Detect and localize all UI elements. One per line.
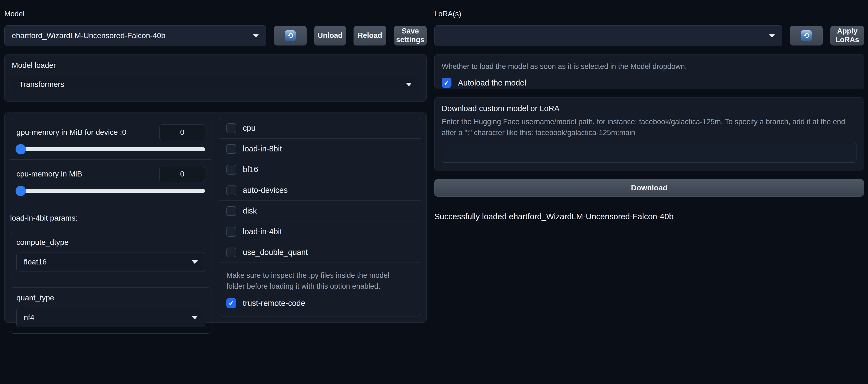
quant-type-dropdown[interactable]: nf4 [17, 308, 205, 327]
download-title: Download custom model or LoRA [442, 104, 857, 113]
compute-dtype-dropdown[interactable]: float16 [17, 252, 205, 272]
flags-rows: cpuload-in-8bitbf16auto-devicesdiskload-… [219, 118, 421, 263]
checkbox-icon[interactable] [226, 124, 236, 133]
flag-label: disk [243, 206, 257, 215]
autoload-panel: Whether to load the model as soon as it … [434, 54, 864, 89]
right-column: LoRA(s) ⟲ Apply LoRAs Whether to load th… [434, 0, 864, 221]
refresh-icon: ⟲ [801, 30, 812, 41]
compute-dtype-label: compute_dtype [17, 238, 205, 247]
checkbox-icon[interactable]: ✓ [226, 298, 236, 308]
unload-button[interactable]: Unload [314, 26, 346, 45]
cpu-memory-slider[interactable] [17, 189, 205, 193]
download-button[interactable]: Download [434, 179, 864, 197]
quant-type-box: quant_type nf4 [10, 287, 211, 334]
cpu-memory-input[interactable] [159, 166, 205, 182]
autoload-label: Autoload the model [458, 78, 526, 88]
checkbox-icon[interactable]: ✓ [442, 78, 452, 88]
checkbox-icon[interactable] [226, 165, 236, 175]
quant-type-value: nf4 [24, 313, 34, 322]
lora-label: LoRA(s) [434, 10, 864, 18]
loader-params-panel: gpu-memory in MiB for device :0 cpu-memo… [4, 112, 427, 323]
flag-row-load-in-8bit[interactable]: load-in-8bit [219, 139, 421, 159]
checkbox-icon[interactable] [226, 144, 236, 154]
flag-label: cpu [243, 124, 256, 133]
refresh-loras-button[interactable]: ⟲ [790, 26, 823, 45]
left-column: Model ehartford_WizardLM-Uncensored-Falc… [4, 0, 427, 323]
trust-remote-code-label: trust-remote-code [243, 299, 305, 308]
model-dropdown[interactable]: ehartford_WizardLM-Uncensored-Falcon-40b [4, 25, 266, 46]
flags-group: cpuload-in-8bitbf16auto-devicesdiskload-… [219, 118, 421, 316]
flag-row-cpu[interactable]: cpu [219, 118, 421, 139]
chevron-down-icon [253, 34, 259, 38]
flag-label: auto-devices [243, 186, 287, 195]
memory-sliders-box: gpu-memory in MiB for device :0 cpu-memo… [10, 118, 211, 201]
model-loader-value: Transformers [19, 80, 64, 89]
model-dropdown-value: ehartford_WizardLM-Uncensored-Falcon-40b [12, 31, 165, 40]
chevron-down-icon [406, 83, 412, 86]
params-left-column: gpu-memory in MiB for device :0 cpu-memo… [10, 118, 211, 318]
flag-row-bf16[interactable]: bf16 [219, 159, 421, 180]
flag-row-disk[interactable]: disk [219, 201, 421, 221]
lora-toprow: ⟲ Apply LoRAs [434, 25, 864, 46]
flag-row-load-in-4bit[interactable]: load-in-4bit [219, 221, 421, 242]
flag-label: use_double_quant [243, 248, 308, 257]
checkbox-icon[interactable] [226, 248, 236, 257]
compute-dtype-box: compute_dtype float16 [10, 232, 211, 278]
cpu-memory-row: cpu-memory in MiB [10, 159, 211, 201]
model-loader-panel: Model loader Transformers [4, 54, 427, 102]
quant-type-label: quant_type [17, 293, 205, 302]
model-toprow: ehartford_WizardLM-Uncensored-Falcon-40b… [4, 25, 427, 46]
gpu-memory-row: gpu-memory in MiB for device :0 [10, 118, 211, 159]
gpu-memory-slider[interactable] [17, 147, 205, 151]
trust-remote-code-checkbox-row[interactable]: ✓ trust-remote-code [226, 298, 413, 308]
chevron-down-icon [192, 260, 198, 264]
chevron-down-icon [769, 34, 775, 38]
autoload-checkbox-row[interactable]: ✓ Autoload the model [442, 78, 857, 88]
gpu-memory-slider-handle[interactable] [16, 144, 26, 154]
model-label: Model [4, 10, 427, 18]
flag-row-use_double_quant[interactable]: use_double_quant [219, 242, 421, 263]
checkbox-icon[interactable] [226, 206, 236, 216]
trust-remote-code-section: Make sure to inspect the .py files insid… [219, 263, 421, 316]
lora-dropdown[interactable] [434, 25, 782, 46]
chevron-down-icon [192, 316, 198, 319]
save-settings-button[interactable]: Save settings [394, 26, 427, 45]
load-in-4bit-section-label: load-in-4bit params: [10, 214, 211, 222]
download-panel: Download custom model or LoRA Enter the … [434, 97, 864, 171]
reload-button[interactable]: Reload [353, 26, 386, 45]
refresh-icon: ⟲ [285, 30, 296, 41]
download-path-input[interactable] [442, 143, 857, 163]
checkbox-icon[interactable] [226, 185, 236, 195]
flag-label: load-in-8bit [243, 144, 282, 153]
apply-loras-button[interactable]: Apply LoRAs [830, 26, 864, 45]
cpu-memory-slider-handle[interactable] [16, 186, 26, 196]
checkbox-icon[interactable] [226, 227, 236, 237]
refresh-models-button[interactable]: ⟲ [274, 26, 307, 45]
compute-dtype-value: float16 [24, 258, 46, 266]
flag-label: load-in-4bit [243, 227, 282, 236]
gpu-memory-input[interactable] [159, 125, 205, 140]
autoload-note: Whether to load the model as soon as it … [442, 61, 857, 72]
model-loader-dropdown[interactable]: Transformers [12, 75, 419, 94]
model-loader-label: Model loader [12, 61, 419, 70]
trust-note: Make sure to inspect the .py files insid… [226, 270, 409, 292]
cpu-memory-label: cpu-memory in MiB [17, 170, 82, 178]
download-note: Enter the Hugging Face username/model pa… [442, 116, 857, 138]
gpu-memory-label: gpu-memory in MiB for device :0 [17, 128, 126, 137]
params-right-column: cpuload-in-8bitbf16auto-devicesdiskload-… [219, 118, 421, 318]
flag-row-auto-devices[interactable]: auto-devices [219, 180, 421, 201]
model-tab-page: Model ehartford_WizardLM-Uncensored-Falc… [0, 0, 868, 384]
status-message: Successfully loaded ehartford_WizardLM-U… [434, 212, 864, 221]
flag-label: bf16 [243, 165, 258, 174]
